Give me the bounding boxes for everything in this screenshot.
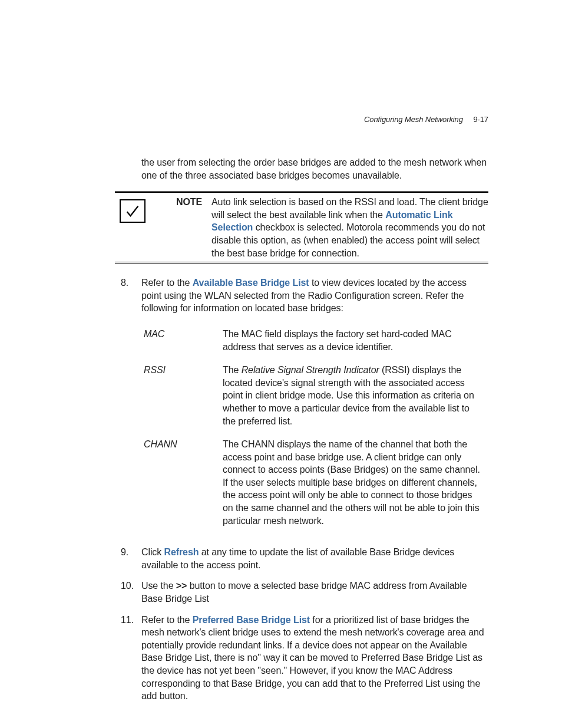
page-number: 9-17	[473, 115, 488, 124]
step-number: 11.	[115, 614, 141, 703]
rssi-full-term: Relative Signal Strength Indicator	[242, 365, 379, 375]
checkmark-icon	[120, 199, 146, 223]
desc-mac: The MAC field displays the factory set h…	[223, 328, 488, 353]
step-text: Refer to the Preferred Base Bridge List …	[141, 614, 488, 703]
available-base-bridge-list-ref: Available Base Bridge List	[193, 278, 309, 288]
desc-rssi: The Relative Signal Strength Indicator (…	[223, 364, 488, 427]
document-page: Configuring Mesh Networking 9-17 the use…	[0, 0, 562, 728]
page-body: the user from selecting the order base b…	[115, 156, 488, 703]
step-list: 8. Refer to the Available Base Bridge Li…	[115, 276, 488, 703]
step-number: 9.	[115, 546, 141, 571]
term-chann: CHANN	[144, 438, 223, 527]
note-text: Auto link selection is based on the RSSI…	[211, 196, 488, 259]
step-text: Click Refresh at any time to update the …	[141, 546, 488, 571]
refresh-ref: Refresh	[164, 547, 199, 557]
step-text: Use the >> button to move a selected bas…	[141, 579, 488, 605]
step-10: 10. Use the >> button to move a selected…	[115, 579, 488, 605]
note-text-after: checkbox is selected. Motorola recommend…	[211, 222, 485, 258]
step-8: 8. Refer to the Available Base Bridge Li…	[115, 276, 488, 538]
step-text: Refer to the Available Base Bridge List …	[141, 276, 488, 538]
step-9: 9. Click Refresh at any time to update t…	[115, 546, 488, 571]
running-header: Configuring Mesh Networking 9-17	[364, 114, 488, 125]
preferred-base-bridge-list-ref: Preferred Base Bridge List	[193, 615, 310, 625]
definition-mac: MAC The MAC field displays the factory s…	[144, 328, 488, 353]
note-callout: NOTE Auto link selection is based on the…	[115, 191, 488, 263]
step-11: 11. Refer to the Preferred Base Bridge L…	[115, 614, 488, 703]
term-rssi: RSSI	[144, 364, 223, 427]
step-number: 10.	[115, 579, 141, 605]
section-title: Configuring Mesh Networking	[364, 115, 463, 124]
definition-list: MAC The MAC field displays the factory s…	[144, 328, 488, 527]
move-button-ref: >>	[176, 581, 187, 591]
definition-rssi: RSSI The Relative Signal Strength Indica…	[144, 364, 488, 427]
term-mac: MAC	[144, 328, 223, 353]
definition-chann: CHANN The CHANN displays the name of the…	[144, 438, 488, 527]
desc-chann: The CHANN displays the name of the chann…	[223, 438, 488, 527]
note-label: NOTE	[176, 196, 202, 209]
step-number: 8.	[115, 276, 141, 538]
intro-paragraph: the user from selecting the order base b…	[141, 156, 488, 182]
